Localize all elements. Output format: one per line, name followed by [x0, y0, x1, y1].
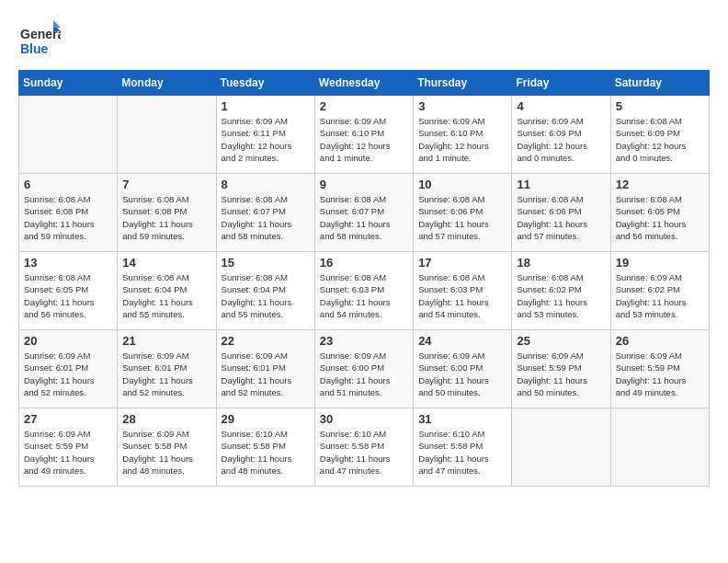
- day-info: Sunrise: 6:08 AM Sunset: 6:06 PM Dayligh…: [517, 193, 605, 242]
- day-info: Sunrise: 6:08 AM Sunset: 6:07 PM Dayligh…: [222, 193, 310, 242]
- day-info: Sunrise: 6:08 AM Sunset: 6:04 PM Dayligh…: [122, 271, 210, 320]
- day-number: 29: [222, 412, 310, 426]
- day-info: Sunrise: 6:09 AM Sunset: 6:10 PM Dayligh…: [418, 115, 506, 164]
- calendar-cell: 19Sunrise: 6:09 AM Sunset: 6:02 PM Dayli…: [610, 252, 709, 330]
- calendar-cell: 3Sunrise: 6:09 AM Sunset: 6:10 PM Daylig…: [414, 96, 512, 174]
- day-number: 18: [517, 256, 605, 270]
- day-number: 5: [616, 99, 704, 113]
- day-info: Sunrise: 6:09 AM Sunset: 6:01 PM Dayligh…: [222, 350, 310, 398]
- calendar-cell: 26Sunrise: 6:09 AM Sunset: 5:59 PM Dayli…: [610, 330, 709, 408]
- calendar-cell: [610, 408, 709, 487]
- calendar-cell: 28Sunrise: 6:09 AM Sunset: 5:58 PM Dayli…: [118, 408, 216, 487]
- day-number: 24: [418, 334, 506, 348]
- header-wednesday: Wednesday: [314, 71, 413, 96]
- calendar-table: SundayMondayTuesdayWednesdayThursdayFrid…: [18, 70, 710, 487]
- logo-svg: General Blue: [18, 18, 61, 61]
- day-info: Sunrise: 6:09 AM Sunset: 6:01 PM Dayligh…: [122, 350, 210, 398]
- day-info: Sunrise: 6:09 AM Sunset: 6:00 PM Dayligh…: [320, 350, 408, 398]
- calendar-cell: 9Sunrise: 6:08 AM Sunset: 6:07 PM Daylig…: [314, 174, 413, 252]
- svg-text:Blue: Blue: [20, 41, 49, 56]
- day-info: Sunrise: 6:08 AM Sunset: 6:08 PM Dayligh…: [24, 193, 112, 242]
- day-number: 17: [418, 256, 506, 270]
- day-info: Sunrise: 6:09 AM Sunset: 6:10 PM Dayligh…: [320, 115, 408, 164]
- day-info: Sunrise: 6:09 AM Sunset: 6:11 PM Dayligh…: [222, 115, 310, 164]
- day-number: 8: [222, 178, 310, 191]
- calendar-cell: 31Sunrise: 6:10 AM Sunset: 5:58 PM Dayli…: [414, 408, 512, 487]
- header-friday: Friday: [512, 71, 610, 96]
- day-number: 22: [222, 334, 310, 348]
- day-number: 12: [616, 178, 704, 191]
- day-number: 25: [517, 334, 605, 348]
- day-number: 2: [320, 99, 408, 113]
- day-number: 31: [418, 412, 506, 426]
- week-row-4: 20Sunrise: 6:09 AM Sunset: 6:01 PM Dayli…: [19, 330, 710, 408]
- day-number: 21: [122, 334, 210, 348]
- day-info: Sunrise: 6:08 AM Sunset: 6:03 PM Dayligh…: [418, 271, 506, 320]
- calendar-cell: 22Sunrise: 6:09 AM Sunset: 6:01 PM Dayli…: [216, 330, 314, 408]
- calendar-cell: 21Sunrise: 6:09 AM Sunset: 6:01 PM Dayli…: [118, 330, 216, 408]
- day-number: 26: [616, 334, 704, 348]
- calendar-cell: 25Sunrise: 6:09 AM Sunset: 5:59 PM Dayli…: [512, 330, 610, 408]
- day-number: 16: [320, 256, 408, 270]
- day-info: Sunrise: 6:09 AM Sunset: 5:58 PM Dayligh…: [122, 428, 210, 477]
- day-info: Sunrise: 6:08 AM Sunset: 6:08 PM Dayligh…: [122, 193, 210, 242]
- day-info: Sunrise: 6:08 AM Sunset: 6:09 PM Dayligh…: [616, 115, 704, 164]
- day-info: Sunrise: 6:09 AM Sunset: 6:02 PM Dayligh…: [616, 271, 704, 320]
- day-info: Sunrise: 6:10 AM Sunset: 5:58 PM Dayligh…: [320, 428, 408, 477]
- day-info: Sunrise: 6:08 AM Sunset: 6:02 PM Dayligh…: [517, 271, 605, 320]
- header-monday: Monday: [118, 71, 216, 96]
- calendar-cell: 5Sunrise: 6:08 AM Sunset: 6:09 PM Daylig…: [610, 96, 709, 174]
- day-number: 28: [122, 412, 210, 426]
- calendar-cell: 11Sunrise: 6:08 AM Sunset: 6:06 PM Dayli…: [512, 174, 610, 252]
- day-number: 30: [320, 412, 408, 426]
- calendar-header-row: SundayMondayTuesdayWednesdayThursdayFrid…: [19, 71, 710, 96]
- day-number: 3: [418, 99, 506, 113]
- calendar-cell: 24Sunrise: 6:09 AM Sunset: 6:00 PM Dayli…: [414, 330, 512, 408]
- day-info: Sunrise: 6:08 AM Sunset: 6:04 PM Dayligh…: [222, 271, 310, 320]
- day-info: Sunrise: 6:09 AM Sunset: 5:59 PM Dayligh…: [616, 350, 704, 398]
- day-info: Sunrise: 6:08 AM Sunset: 6:07 PM Dayligh…: [320, 193, 408, 242]
- calendar-cell: 8Sunrise: 6:08 AM Sunset: 6:07 PM Daylig…: [216, 174, 314, 252]
- calendar-cell: 4Sunrise: 6:09 AM Sunset: 6:09 PM Daylig…: [512, 96, 610, 174]
- calendar-cell: 15Sunrise: 6:08 AM Sunset: 6:04 PM Dayli…: [216, 252, 314, 330]
- calendar-cell: 12Sunrise: 6:08 AM Sunset: 6:05 PM Dayli…: [610, 174, 709, 252]
- week-row-3: 13Sunrise: 6:08 AM Sunset: 6:05 PM Dayli…: [19, 252, 710, 330]
- day-number: 11: [517, 178, 605, 191]
- page-header: General Blue: [18, 18, 710, 61]
- calendar-cell: 23Sunrise: 6:09 AM Sunset: 6:00 PM Dayli…: [314, 330, 413, 408]
- day-info: Sunrise: 6:10 AM Sunset: 5:58 PM Dayligh…: [418, 428, 506, 477]
- day-info: Sunrise: 6:08 AM Sunset: 6:06 PM Dayligh…: [418, 193, 506, 242]
- day-info: Sunrise: 6:08 AM Sunset: 6:03 PM Dayligh…: [320, 271, 408, 320]
- header-sunday: Sunday: [19, 71, 118, 96]
- calendar-cell: 17Sunrise: 6:08 AM Sunset: 6:03 PM Dayli…: [414, 252, 512, 330]
- day-number: 20: [24, 334, 112, 348]
- calendar-cell: 18Sunrise: 6:08 AM Sunset: 6:02 PM Dayli…: [512, 252, 610, 330]
- calendar-cell: [118, 96, 216, 174]
- week-row-1: 1Sunrise: 6:09 AM Sunset: 6:11 PM Daylig…: [19, 96, 710, 174]
- day-number: 4: [517, 99, 605, 113]
- day-number: 19: [616, 256, 704, 270]
- week-row-2: 6Sunrise: 6:08 AM Sunset: 6:08 PM Daylig…: [19, 174, 710, 252]
- calendar-cell: 27Sunrise: 6:09 AM Sunset: 5:59 PM Dayli…: [19, 408, 118, 487]
- day-number: 14: [122, 256, 210, 270]
- day-info: Sunrise: 6:09 AM Sunset: 6:00 PM Dayligh…: [418, 350, 506, 398]
- day-number: 9: [320, 178, 408, 191]
- calendar-cell: 14Sunrise: 6:08 AM Sunset: 6:04 PM Dayli…: [118, 252, 216, 330]
- calendar-cell: 1Sunrise: 6:09 AM Sunset: 6:11 PM Daylig…: [216, 96, 314, 174]
- calendar-cell: 6Sunrise: 6:08 AM Sunset: 6:08 PM Daylig…: [19, 174, 118, 252]
- header-thursday: Thursday: [414, 71, 512, 96]
- calendar-cell: 16Sunrise: 6:08 AM Sunset: 6:03 PM Dayli…: [314, 252, 413, 330]
- calendar-cell: 10Sunrise: 6:08 AM Sunset: 6:06 PM Dayli…: [414, 174, 512, 252]
- day-info: Sunrise: 6:10 AM Sunset: 5:58 PM Dayligh…: [222, 428, 310, 477]
- day-info: Sunrise: 6:08 AM Sunset: 6:05 PM Dayligh…: [616, 193, 704, 242]
- header-saturday: Saturday: [610, 71, 709, 96]
- calendar-cell: 20Sunrise: 6:09 AM Sunset: 6:01 PM Dayli…: [19, 330, 118, 408]
- calendar-cell: 13Sunrise: 6:08 AM Sunset: 6:05 PM Dayli…: [19, 252, 118, 330]
- day-number: 1: [222, 99, 310, 113]
- calendar-cell: [19, 96, 118, 174]
- calendar-cell: 2Sunrise: 6:09 AM Sunset: 6:10 PM Daylig…: [314, 96, 413, 174]
- day-number: 13: [24, 256, 112, 270]
- day-number: 10: [418, 178, 506, 191]
- calendar-cell: 7Sunrise: 6:08 AM Sunset: 6:08 PM Daylig…: [118, 174, 216, 252]
- day-info: Sunrise: 6:09 AM Sunset: 6:09 PM Dayligh…: [517, 115, 605, 164]
